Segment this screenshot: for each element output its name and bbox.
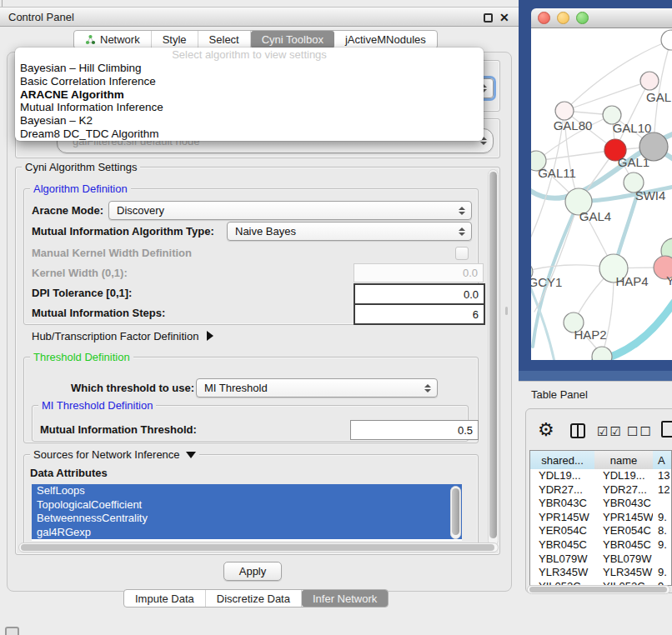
attribute-item[interactable]: TopologicalCoefficient	[32, 498, 462, 512]
table-cell: YBR043C	[530, 497, 594, 511]
network-node[interactable]	[639, 132, 668, 161]
close-window-icon[interactable]: ✕	[499, 10, 509, 25]
network-node[interactable]	[640, 72, 659, 90]
algorithm-popup: Select algorithm to view settings Bayesi…	[15, 48, 484, 141]
which-threshold-label: Which threshold to use:	[71, 382, 194, 394]
table-row[interactable]: YPR145WYPR145W9.	[530, 511, 672, 525]
zoom-traffic-light[interactable]	[576, 12, 589, 24]
threshold-definition-title: Threshold Definition	[30, 351, 133, 363]
table-row[interactable]: YER054CYER054C8.	[530, 524, 672, 538]
new-document-icon[interactable]	[661, 421, 672, 438]
control-panel-title: Control Panel	[8, 8, 74, 28]
float-window-icon[interactable]	[484, 13, 493, 22]
minimized-panel-icon[interactable]	[5, 627, 19, 635]
settings-horizontal-scrollbar-thumb[interactable]	[21, 544, 494, 551]
algorithm-option[interactable]: Dream8 DC_TDC Algorithm	[15, 128, 484, 141]
minimize-traffic-light[interactable]	[557, 12, 569, 24]
tab-jactivemnodules[interactable]: jActiveMNodules	[334, 31, 437, 48]
table-cell: 8.	[653, 524, 672, 538]
algorithm-option[interactable]: Bayesian – K2	[15, 114, 484, 128]
kernel-width-field[interactable]: 0.0	[354, 263, 484, 282]
tab-network[interactable]: Network	[74, 31, 152, 48]
column-header-clipped[interactable]: A	[653, 451, 672, 470]
table-row[interactable]: YBR045CYBR045C9.	[530, 538, 672, 552]
mi-threshold-field[interactable]: 0.5	[350, 420, 479, 440]
table-cell: YBR043C	[594, 497, 653, 511]
select-all-checkboxes-icon[interactable]: ☑☑	[597, 425, 623, 438]
algorithm-option[interactable]: ARACNE Algorithm	[15, 88, 484, 102]
algorithm-definition-title: Algorithm Definition	[30, 182, 131, 195]
node-table: shared... name A YDL19...YDL19...13YDR27…	[529, 450, 672, 586]
network-node-label: GAL80	[554, 118, 593, 132]
clear-selection-icon[interactable]: ☐☐	[627, 425, 653, 438]
table-cell: YLR345W	[530, 566, 594, 580]
network-view[interactable]: GALGAL80GAL10GAL1GAL11SWI4GAL4GCY1HAP4YH…	[531, 28, 672, 360]
split-pane-handle[interactable]	[505, 307, 508, 315]
table-cell: YBL079W	[530, 552, 594, 567]
tab-label: Select	[209, 33, 239, 46]
tab-discretize-data[interactable]: Discretize Data	[206, 590, 302, 607]
mi-steps-field[interactable]: 6	[354, 303, 485, 325]
algorithm-option[interactable]: Mutual Information Inference	[15, 101, 484, 114]
tab-cyni-toolbox[interactable]: Cyni Toolbox	[251, 31, 334, 48]
network-canvas-svg[interactable]: GALGAL80GAL10GAL1GAL11SWI4GAL4GCY1HAP4YH…	[531, 28, 672, 360]
table-cell: 12	[653, 483, 672, 498]
column-header-name[interactable]: name	[594, 451, 654, 470]
table-cell: YDL19...	[530, 469, 594, 483]
apply-button[interactable]: Apply	[223, 562, 282, 581]
sources-group-title[interactable]: Sources for Network Inference	[30, 448, 199, 461]
tab-select[interactable]: Select	[198, 31, 251, 48]
table-row[interactable]: YDL19...YDL19...13	[530, 469, 672, 483]
table-row[interactable]: YBL079WYBL079W	[530, 552, 672, 567]
tab-impute-data[interactable]: Impute Data	[124, 590, 206, 607]
tab-style[interactable]: Style	[152, 31, 198, 48]
screen: Control Panel ✕ Network Style Select Cyn…	[0, 0, 672, 635]
attribute-item[interactable]: BetweennessCentrality	[32, 512, 462, 526]
which-threshold-combo[interactable]: MI Threshold	[196, 378, 438, 398]
mi-type-combo[interactable]: Naive Bayes	[227, 222, 472, 241]
manual-kernel-checkbox[interactable]	[455, 247, 469, 260]
aracne-mode-label: Aracne Mode:	[32, 204, 103, 217]
table-horizontal-scrollbar-thumb[interactable]	[529, 587, 667, 592]
tab-label: Infer Network	[313, 592, 377, 605]
settings-horizontal-scrollbar[interactable]	[18, 542, 499, 552]
tab-infer-network[interactable]: Infer Network	[302, 590, 388, 607]
attribute-item[interactable]: gal4RGexp	[32, 526, 462, 540]
attributes-vertical-scrollbar-thumb[interactable]	[452, 488, 459, 535]
mi-threshold-group-title: MI Threshold Definition	[38, 399, 156, 412]
network-node-label: HAP4	[615, 274, 648, 288]
algorithm-option[interactable]: Bayesian – Hill Climbing	[15, 62, 484, 75]
settings-vertical-scrollbar-thumb[interactable]	[489, 172, 497, 538]
network-node[interactable]	[555, 102, 574, 120]
attribute-item[interactable]: SelfLoops	[32, 484, 462, 498]
algorithm-option[interactable]: Basic Correlation Inference	[15, 75, 484, 88]
table-horizontal-scrollbar[interactable]	[527, 585, 670, 594]
table-cell: YBR045C	[530, 538, 594, 552]
combo-arrows-icon	[424, 384, 431, 392]
attributes-vertical-scrollbar[interactable]	[450, 486, 461, 539]
tab-label: Impute Data	[135, 592, 194, 605]
mi-steps-label: Mutual Information Steps:	[32, 307, 165, 319]
table-cell: YPR145W	[530, 511, 594, 525]
split-columns-icon[interactable]	[570, 423, 585, 438]
table-row[interactable]: YDR27...YDR27...12	[530, 483, 672, 498]
column-header-shared-name[interactable]: shared...	[530, 451, 595, 470]
settings-vertical-scrollbar[interactable]	[488, 169, 499, 546]
table-cell	[653, 552, 672, 567]
hub-definition-toggle[interactable]: Hub/Transcription Factor Definition	[32, 328, 213, 343]
tab-label: Cyni Toolbox	[262, 33, 323, 46]
network-node[interactable]	[661, 30, 672, 50]
network-node-label: GAL4	[579, 209, 611, 223]
tab-label: Discretize Data	[217, 592, 290, 605]
table-row[interactable]: YLR345WYLR345W9.	[530, 566, 672, 580]
table-row[interactable]: YBR043CYBR043C	[530, 497, 672, 511]
network-window-titlebar[interactable]	[531, 8, 672, 28]
dpi-tolerance-field[interactable]: 0.0	[354, 283, 485, 305]
table-cell: YPR145W	[594, 511, 653, 525]
aracne-mode-combo[interactable]: Discovery	[108, 201, 472, 220]
data-attributes-list[interactable]: SelfLoopsTopologicalCoefficientBetweenne…	[32, 484, 462, 541]
gear-icon[interactable]: ⚙	[538, 421, 554, 439]
control-panel-tab-bar: Network Style Select Cyni Toolbox jActiv…	[73, 30, 438, 49]
network-node[interactable]	[592, 347, 612, 360]
close-traffic-light[interactable]	[538, 12, 550, 24]
